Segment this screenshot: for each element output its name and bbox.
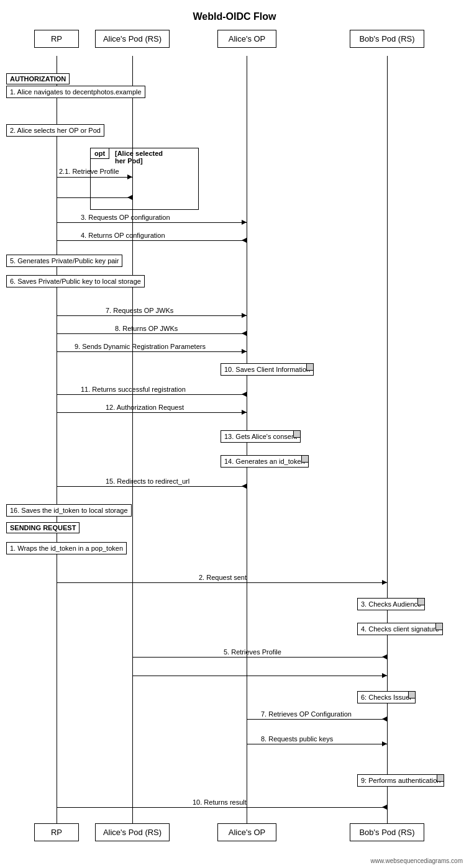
label-stepss7: 7. Retrieves OP Configuration <box>261 710 352 718</box>
lifeline-header-alice-op-top: Alice's OP <box>217 30 276 48</box>
label-stepss5: 5. Retrieves Profile <box>224 648 281 656</box>
lifeline-bob-pod <box>387 56 388 829</box>
label-step11: 11. Returns successful registration <box>81 386 186 393</box>
label-stepss8: 8. Requests public keys <box>261 735 333 743</box>
lifeline-header-bob-pod-top: Bob's Pod (RS) <box>350 30 424 48</box>
arrow-stepss10 <box>57 807 387 808</box>
lifeline-header-bob-pod-bottom: Bob's Pod (RS) <box>350 823 424 841</box>
step2-box: 2. Alice selects her OP or Pod <box>6 124 104 137</box>
stepss3-box: 3. Checks Audience <box>357 598 425 610</box>
arrow-stepss8 <box>247 744 387 744</box>
arrow-step7 <box>57 315 247 316</box>
authorization-label: AUTHORIZATION <box>6 73 70 84</box>
diagram-title: WebId-OIDC Flow <box>0 0 469 29</box>
lifeline-header-alice-pod-top: Alice's Pod (RS) <box>95 30 170 48</box>
lifeline-header-rp-top: RP <box>34 30 79 48</box>
footer-text: www.websequencediagrams.com <box>371 857 463 864</box>
arrow-step21r <box>57 197 132 198</box>
label-stepss10: 10. Returns result <box>193 798 247 806</box>
label-step9: 9. Sends Dynamic Registration Parameters <box>75 343 206 350</box>
label-step8: 8. Returns OP JWKs <box>115 325 178 332</box>
arrow-stepss7 <box>247 719 387 720</box>
arrow-step12 <box>57 412 247 413</box>
label-step21: 2.1. Retrieve Profile <box>59 168 119 175</box>
step10-box: 10. Saves Client Information <box>221 363 314 376</box>
step1-box: 1. Alice navigates to decentphotos.examp… <box>6 86 145 98</box>
sending-request-label: SENDING REQUEST <box>6 522 80 533</box>
arrow-stepss5r <box>132 676 387 676</box>
arrow-stepss5 <box>132 657 387 658</box>
step5-box: 5. Generates Private/Public key pair <box>6 255 122 267</box>
lifeline-rp <box>57 56 57 829</box>
stepss4-box: 4. Checks client signature <box>357 623 443 635</box>
arrow-step11 <box>57 394 247 395</box>
arrow-step9 <box>57 351 247 352</box>
label-step7: 7. Requests OP JWKs <box>106 307 173 314</box>
arrow-stepss2 <box>57 582 387 583</box>
arrow-step3 <box>57 222 247 223</box>
step13-box: 13. Gets Alice's consent <box>221 430 301 443</box>
opt-condition: [Alice selectedher Pod] <box>115 150 163 165</box>
lifeline-header-alice-pod-bottom: Alice's Pod (RS) <box>95 823 170 841</box>
arrow-step8 <box>57 333 247 334</box>
lifeline-header-alice-op-bottom: Alice's OP <box>217 823 276 841</box>
arrow-step15 <box>57 486 247 487</box>
diagram-container: WebId-OIDC Flow RP Alice's Pod (RS) Alic… <box>0 0 469 868</box>
stepss9-box: 9: Performs authentication <box>357 774 444 787</box>
arrow-step21 <box>57 177 132 178</box>
stepss1-box: 1. Wraps the id_token in a pop_token <box>6 542 127 554</box>
label-step12: 12. Authorization Request <box>106 404 184 411</box>
lifeline-header-rp-bottom: RP <box>34 823 79 841</box>
stepss6-box: 6: Checks Issuer <box>357 691 416 703</box>
label-step4: 4. Returns OP configuration <box>81 232 165 239</box>
label-step3: 3. Requests OP configuration <box>81 214 170 221</box>
step14-box: 14. Generates an id_token <box>221 455 309 468</box>
label-stepss2: 2. Request sent <box>199 574 247 581</box>
arrow-step4 <box>57 240 247 241</box>
step16-box: 16. Saves the id_token to local storage <box>6 504 132 517</box>
step6-box: 6. Saves Private/Public key to local sto… <box>6 275 145 287</box>
opt-label: opt <box>90 148 109 159</box>
label-step15: 15. Redirects to redirect_url <box>106 477 189 485</box>
